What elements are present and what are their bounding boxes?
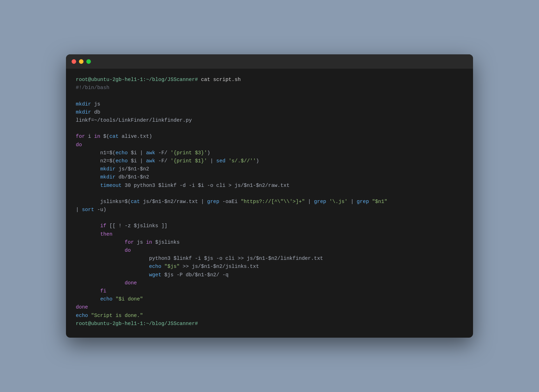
done-outer: done (76, 304, 88, 310)
for-keyword: for (76, 134, 85, 139)
do-keyword: do (76, 142, 82, 148)
close-button[interactable] (72, 59, 76, 64)
cmd-cat: cat script.sh (198, 77, 241, 82)
shebang-line: #!/bin/bash (76, 85, 109, 90)
prompt-line1: root@ubuntu-2gb-hel1-1:~/blog/JSScanner# (76, 77, 198, 82)
terminal-window: root@ubuntu-2gb-hel1-1:~/blog/JSScanner#… (66, 54, 473, 338)
prompt-line2: root@ubuntu-2gb-hel1-1:~/blog/JSScanner# (76, 321, 198, 326)
maximize-button[interactable] (86, 59, 91, 64)
terminal-body[interactable]: root@ubuntu-2gb-hel1-1:~/blog/JSScanner#… (66, 69, 473, 338)
linkf-assign: linkf=~/tools/LinkFinder/linkfinder.py (76, 117, 192, 123)
mkdir-db: mkdir (76, 109, 91, 115)
minimize-button[interactable] (79, 59, 84, 64)
mkdir-js: mkdir (76, 101, 91, 107)
echo-script-done: echo (76, 313, 88, 318)
titlebar (66, 54, 473, 69)
